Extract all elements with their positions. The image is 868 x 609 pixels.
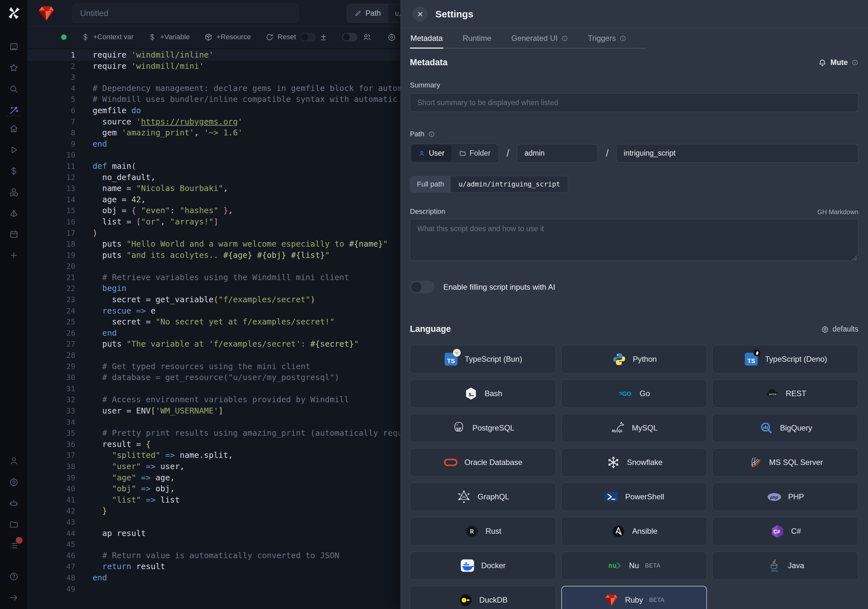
gear-icon[interactable] bbox=[388, 33, 396, 42]
language-duckdb[interactable]: DuckDB bbox=[410, 586, 556, 609]
language-php[interactable]: phpPHP bbox=[712, 483, 858, 511]
language-label: Rust bbox=[485, 527, 501, 536]
reset-button[interactable]: Reset bbox=[265, 33, 296, 41]
line-number: 42 bbox=[28, 505, 75, 517]
line-content: end bbox=[75, 572, 107, 584]
ai-inputs-toggle[interactable] bbox=[410, 281, 435, 293]
language-powershell[interactable]: PowerShell bbox=[561, 483, 707, 511]
windmill-logo-icon[interactable] bbox=[6, 6, 21, 20]
language-label: PHP bbox=[788, 492, 804, 501]
add-context-var-button[interactable]: +Context var bbox=[81, 33, 133, 41]
language-oracle-database[interactable]: Oracle Database bbox=[410, 448, 556, 477]
help-icon[interactable] bbox=[9, 572, 19, 581]
add-variable-button[interactable]: +Variable bbox=[148, 33, 190, 41]
language-snowflake[interactable]: Snowflake bbox=[561, 448, 707, 477]
language-typescript-deno[interactable]: TSTypeScript (Deno) bbox=[712, 345, 858, 373]
home-icon[interactable] bbox=[9, 124, 19, 133]
python-icon bbox=[611, 352, 626, 367]
line-number: 24 bbox=[28, 305, 75, 317]
postgresql-icon bbox=[451, 421, 466, 436]
diff-toggle[interactable] bbox=[300, 33, 316, 42]
language-bigquery[interactable]: BigQuery bbox=[712, 414, 858, 442]
dollar-icon[interactable] bbox=[9, 166, 19, 176]
line-content: list = ["or", "arrays!"] bbox=[75, 216, 218, 228]
defaults-button[interactable]: defaults bbox=[821, 325, 858, 333]
search-icon[interactable] bbox=[9, 84, 19, 94]
line-number: 41 bbox=[28, 494, 75, 506]
tab-runtime[interactable]: Runtime bbox=[462, 28, 492, 48]
language-ms-sql-server[interactable]: MS SQL Server bbox=[712, 448, 858, 477]
gear-icon[interactable] bbox=[9, 477, 19, 487]
arrow-right-icon[interactable] bbox=[9, 593, 19, 603]
plus-icon[interactable] bbox=[9, 251, 19, 260]
folder-icon[interactable] bbox=[9, 520, 19, 529]
language-label: GraphQL bbox=[477, 492, 509, 501]
star-icon[interactable] bbox=[9, 63, 19, 73]
close-button[interactable] bbox=[412, 6, 428, 22]
summary-input[interactable] bbox=[410, 93, 858, 112]
language-ruby[interactable]: RubyBETA bbox=[561, 586, 707, 609]
tab-metadata[interactable]: Metadata bbox=[410, 28, 443, 48]
plus-minus-icon[interactable]: ± bbox=[321, 33, 326, 42]
language-go[interactable]: GOGo bbox=[561, 380, 707, 408]
pyramid-icon[interactable] bbox=[9, 209, 19, 218]
line-content: "user" => user, bbox=[75, 461, 184, 473]
user-icon[interactable] bbox=[9, 456, 19, 466]
sidebar-divider bbox=[5, 116, 22, 116]
settings-panel: Settings MetadataRuntimeGenerated UITrig… bbox=[400, 0, 868, 609]
bigquery-icon bbox=[759, 421, 774, 436]
owner-kind-user[interactable]: User bbox=[411, 145, 451, 161]
nu-icon: nu bbox=[608, 558, 623, 573]
line-number: 35 bbox=[28, 428, 75, 439]
tab-triggers[interactable]: Triggers bbox=[587, 28, 627, 48]
full-path-value: u/admin/intriguing_script bbox=[451, 176, 568, 192]
collab-toggle[interactable] bbox=[342, 33, 358, 42]
language-mysql[interactable]: MySQLMySQL bbox=[561, 414, 707, 442]
mute-button[interactable]: Mute bbox=[818, 58, 858, 67]
description-textarea[interactable] bbox=[410, 219, 858, 261]
tab-generated-ui[interactable]: Generated UI bbox=[510, 28, 568, 48]
language-typescript-bun[interactable]: TSTypeScript (Bun) bbox=[410, 345, 556, 373]
cubes-icon[interactable] bbox=[9, 188, 19, 197]
language-bash[interactable]: $Bash bbox=[410, 380, 556, 408]
language-nu[interactable]: nuNuBETA bbox=[561, 552, 707, 580]
line-number: 48 bbox=[28, 572, 75, 584]
line-number: 9 bbox=[28, 139, 75, 150]
line-number: 16 bbox=[28, 216, 75, 228]
bell-icon bbox=[818, 59, 826, 67]
language-rust[interactable]: RRust bbox=[410, 517, 556, 545]
calendar-icon[interactable] bbox=[9, 229, 19, 239]
line-number: 6 bbox=[28, 105, 75, 116]
language-label: Ansible bbox=[632, 527, 657, 536]
line-number: 33 bbox=[28, 406, 75, 417]
line-content: puts "and its acolytes.. #{age} #{obj} #… bbox=[75, 250, 330, 261]
users-icon[interactable] bbox=[363, 33, 371, 42]
full-path-label: Full path bbox=[410, 176, 451, 192]
line-content: "splitted" => name.split, bbox=[75, 450, 233, 461]
language-docker[interactable]: Docker bbox=[410, 552, 556, 580]
robot-icon[interactable] bbox=[9, 498, 19, 508]
magic-wand-icon[interactable] bbox=[9, 105, 19, 115]
play-icon[interactable] bbox=[9, 145, 19, 155]
info-icon bbox=[561, 35, 568, 42]
language-postgresql[interactable]: PostgreSQL bbox=[410, 414, 556, 442]
owner-kind-label: User bbox=[429, 149, 445, 158]
language-c[interactable]: C#C# bbox=[712, 517, 858, 545]
path-owner-input[interactable] bbox=[517, 144, 598, 163]
language-graphql[interactable]: GraphQL bbox=[410, 483, 556, 511]
add-resource-button[interactable]: +Resource bbox=[205, 33, 251, 41]
path-name-input[interactable] bbox=[616, 144, 858, 163]
language-java[interactable]: JavaJava bbox=[712, 552, 858, 580]
line-content bbox=[75, 417, 93, 428]
list-icon[interactable] bbox=[9, 541, 19, 550]
rust-icon: R bbox=[464, 524, 479, 539]
script-title-input[interactable] bbox=[72, 4, 299, 23]
language-ansible[interactable]: Ansible bbox=[561, 517, 707, 545]
java-icon: Java bbox=[767, 558, 782, 573]
language-rest[interactable]: HTTPREST bbox=[712, 380, 858, 408]
building-icon[interactable] bbox=[9, 42, 19, 51]
line-content: require 'windmill/inline' bbox=[75, 50, 214, 61]
language-python[interactable]: Python bbox=[561, 345, 707, 373]
line-content bbox=[75, 350, 93, 361]
owner-kind-folder[interactable]: Folder bbox=[452, 145, 498, 161]
